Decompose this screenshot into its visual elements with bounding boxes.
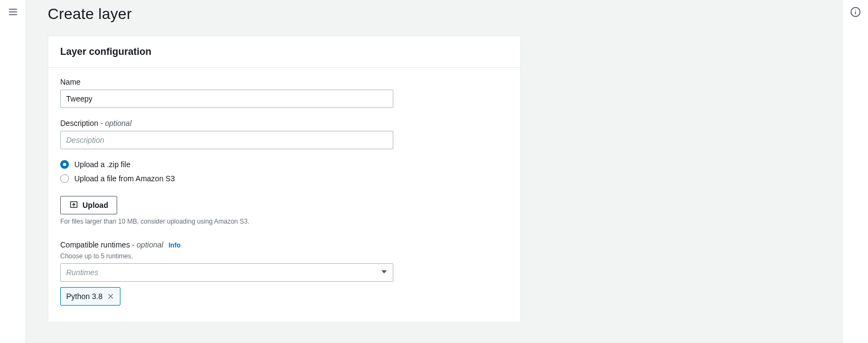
caret-down-icon [381,268,387,277]
runtime-token-label: Python 3.8 [66,292,103,301]
page: Create layer Layer configuration Name De… [26,0,842,343]
right-rail [842,0,868,343]
runtimes-optional: - optional [132,240,163,249]
description-optional: - optional [100,119,132,128]
name-input[interactable] [60,90,393,108]
runtimes-placeholder: Runtimes [66,268,98,277]
description-label: Description - optional [60,119,508,128]
panel-body: Name Description - optional Upload a .zi… [48,68,520,322]
radio-upload-s3[interactable]: Upload a file from Amazon S3 [60,174,508,183]
upload-icon [69,200,78,211]
runtime-token: Python 3.8 [60,287,120,306]
info-circle-icon[interactable] [850,7,861,17]
radio-icon [60,174,69,183]
runtimes-select[interactable]: Runtimes [60,263,393,282]
layer-config-panel: Layer configuration Name Description - o… [48,36,521,322]
svg-point-5 [855,9,856,10]
runtimes-info-link[interactable]: Info [169,242,181,249]
panel-header: Layer configuration [48,36,520,68]
runtimes-field: Compatible runtimes - optional Info Choo… [60,240,508,260]
runtimes-hint: Choose up to 5 runtimes. [60,252,508,260]
radio-icon [60,160,69,169]
close-icon[interactable] [107,293,114,300]
upload-hint: For files larger than 10 MB, consider up… [60,218,508,225]
radio-zip-label: Upload a .zip file [74,160,131,169]
description-field: Description - optional [60,119,508,149]
upload-button-label: Upload [82,201,108,209]
runtimes-label: Compatible runtimes - optional Info [60,240,508,249]
radio-s3-label: Upload a file from Amazon S3 [74,174,175,183]
upload-button[interactable]: Upload [60,196,117,214]
description-input[interactable] [60,131,393,149]
svg-marker-8 [381,270,387,274]
runtimes-label-text: Compatible runtimes [60,240,130,249]
left-rail [0,0,26,343]
upload-source-radios: Upload a .zip file Upload a file from Am… [60,160,508,183]
page-title: Create layer [48,5,820,23]
menu-icon[interactable] [8,7,18,17]
radio-upload-zip[interactable]: Upload a .zip file [60,160,508,169]
panel-title: Layer configuration [60,46,508,58]
name-label: Name [60,78,508,86]
description-label-text: Description [60,119,98,128]
name-field: Name [60,78,508,108]
upload-field: Upload For files larger than 10 MB, cons… [60,196,508,225]
